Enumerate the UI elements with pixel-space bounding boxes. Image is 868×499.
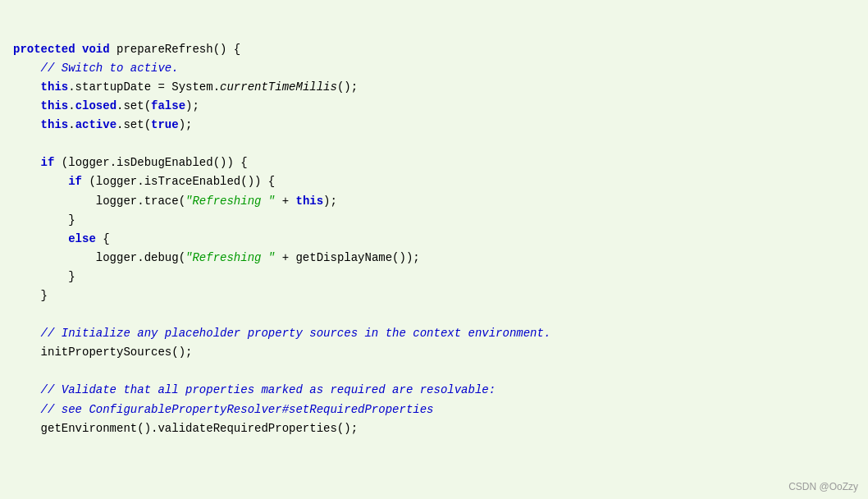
code-line-10: } xyxy=(13,211,855,230)
code-line-7: if (logger.isDebugEnabled()) { xyxy=(13,153,855,172)
code-line-20: // see ConfigurablePropertyResolver#setR… xyxy=(13,401,855,419)
code-line-11: else { xyxy=(13,230,855,249)
code-line-3: this.startupDate = System.currentTimeMil… xyxy=(13,78,855,97)
code-line-12: logger.debug("Refreshing " + getDisplayN… xyxy=(13,249,855,268)
code-viewer: protected void prepareRefresh() { // Swi… xyxy=(0,0,868,499)
code-block: protected void prepareRefresh() { // Swi… xyxy=(0,0,868,442)
code-line-4: this.closed.set(false); xyxy=(13,97,855,116)
code-line-2: // Switch to active. xyxy=(13,59,855,78)
code-line-1: protected void prepareRefresh() { xyxy=(13,40,855,59)
watermark: CSDN @OoZzy xyxy=(788,481,858,492)
code-line-14: } xyxy=(13,286,855,305)
code-line-17: initPropertySources(); xyxy=(13,343,855,362)
code-line-6 xyxy=(13,135,855,153)
code-line-9: logger.trace("Refreshing " + this); xyxy=(13,192,855,211)
code-line-15 xyxy=(13,305,855,324)
code-line-16: // Initialize any placeholder property s… xyxy=(13,324,855,343)
code-line-5: this.active.set(true); xyxy=(13,116,855,135)
code-line-8: if (logger.isTraceEnabled()) { xyxy=(13,172,855,191)
code-line-13: } xyxy=(13,268,855,286)
code-line-19: // Validate that all properties marked a… xyxy=(13,381,855,400)
code-line-21: getEnvironment().validateRequiredPropert… xyxy=(13,419,855,438)
code-line-18 xyxy=(13,362,855,381)
